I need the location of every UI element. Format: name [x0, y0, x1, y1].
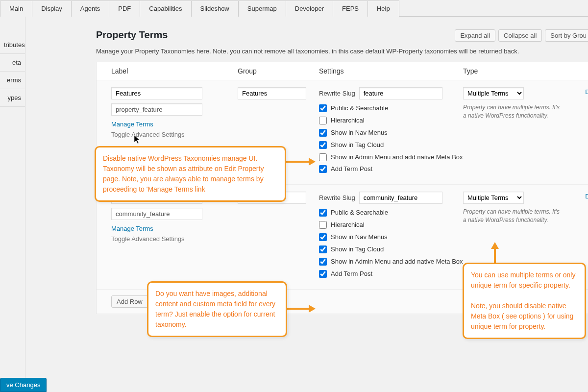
toggle-advanced-link[interactable]: Toggle Advanced Settings [111, 235, 238, 243]
sort-by-group-button[interactable]: Sort by Grou [545, 29, 588, 42]
toggle-advanced-link[interactable]: Toggle Advanced Settings [111, 131, 238, 138]
rewrite-slug-label: Rewrite Slug [319, 90, 355, 97]
type-select[interactable]: Multiple Terms [463, 192, 524, 204]
top-tabs: MainDisplayAgentsPDFCapabilitiesSlidesho… [0, 0, 588, 17]
sidebar-item[interactable]: ypes [0, 89, 25, 107]
option-label: Hierarchical [331, 117, 365, 125]
svg-marker-3 [309, 305, 316, 313]
arrow-icon [286, 304, 316, 314]
tab-help[interactable]: Help [368, 0, 399, 17]
option-checkbox[interactable] [319, 233, 327, 241]
group-input[interactable] [238, 87, 306, 99]
option-label: Public & Searchable [331, 209, 388, 217]
save-changes-button[interactable]: ve Changes [0, 378, 47, 392]
slug-input [111, 103, 202, 116]
type-select[interactable]: Multiple Terms [463, 87, 524, 99]
type-description: Property can have multiple terms. It's a… [463, 208, 561, 224]
option-label: Show in Tag Cloud [331, 141, 384, 149]
option-checkbox[interactable] [319, 129, 327, 137]
sidebar: tributesetaermsypes [0, 17, 25, 391]
delete-link[interactable]: Dele [585, 88, 588, 96]
option-label: Show in Nav Menus [331, 233, 388, 242]
table-header: Label Group Settings Type [97, 62, 588, 80]
rewrite-slug-label: Rewrite Slug [319, 194, 355, 201]
tab-capabilities[interactable]: Capabilities [140, 0, 191, 17]
arrow-icon [285, 157, 316, 167]
option-label: Add Term Post [331, 165, 372, 173]
tab-display[interactable]: Display [32, 0, 72, 17]
type-description: Property can have multiple terms. It's a… [463, 103, 561, 120]
header-group: Group [238, 67, 319, 75]
svg-marker-1 [309, 158, 316, 166]
tab-main[interactable]: Main [0, 0, 32, 17]
sidebar-item[interactable]: tributes [0, 36, 25, 54]
collapse-all-button[interactable]: Collapse all [498, 29, 542, 42]
tab-feps[interactable]: FEPS [333, 0, 368, 17]
expand-all-button[interactable]: Expand all [455, 29, 495, 42]
tab-supermap[interactable]: Supermap [238, 0, 286, 17]
page-description: Manage your Property Taxonomies here. No… [96, 48, 588, 55]
option-checkbox[interactable] [319, 258, 327, 266]
header-type: Type [463, 67, 583, 75]
option-checkbox[interactable] [319, 141, 327, 149]
callout-type: You can use multiple terms or only uniqu… [463, 263, 586, 339]
option-label: Public & Searchable [331, 104, 388, 113]
option-label: Show in Admin Menu and add native Meta B… [331, 258, 463, 266]
rewrite-slug-input[interactable] [359, 87, 442, 99]
manage-terms-link[interactable]: Manage Terms [111, 121, 238, 128]
callout-term-post: Do you want have images, additional cont… [147, 281, 287, 337]
sidebar-item[interactable]: erms [0, 72, 25, 89]
tab-developer[interactable]: Developer [286, 0, 333, 17]
slug-input [111, 208, 202, 220]
option-label: Hierarchical [331, 221, 365, 229]
option-checkbox[interactable] [319, 117, 327, 124]
tab-slideshow[interactable]: Slideshow [191, 0, 239, 17]
tab-pdf[interactable]: PDF [109, 0, 140, 17]
rewrite-slug-input[interactable] [359, 192, 442, 204]
delete-link[interactable]: Dele [585, 193, 588, 200]
option-checkbox[interactable] [319, 221, 327, 229]
option-checkbox[interactable] [319, 153, 327, 161]
sidebar-item[interactable]: eta [0, 54, 25, 72]
option-checkbox[interactable] [319, 104, 327, 112]
top-buttons: Expand all Collapse all Sort by Grou [455, 29, 588, 42]
header-settings: Settings [319, 67, 463, 75]
header-label: Label [111, 67, 238, 75]
manage-terms-link[interactable]: Manage Terms [111, 225, 238, 232]
option-checkbox[interactable] [319, 270, 327, 278]
option-checkbox[interactable] [319, 209, 327, 217]
option-label: Add Term Post [331, 270, 372, 278]
callout-manage-ui: Disable native WordPress Taxonomies mana… [95, 146, 286, 202]
option-label: Show in Tag Cloud [331, 245, 384, 254]
tab-agents[interactable]: Agents [71, 0, 109, 17]
add-row-button[interactable]: Add Row [111, 295, 148, 308]
label-input[interactable] [111, 87, 202, 99]
arrow-icon [490, 242, 500, 264]
option-checkbox[interactable] [319, 245, 327, 253]
svg-marker-5 [491, 242, 499, 249]
option-label: Show in Admin Menu and add native Meta B… [331, 153, 463, 162]
cursor-icon [134, 135, 141, 146]
option-checkbox[interactable] [319, 165, 327, 173]
option-label: Show in Nav Menus [331, 129, 388, 137]
